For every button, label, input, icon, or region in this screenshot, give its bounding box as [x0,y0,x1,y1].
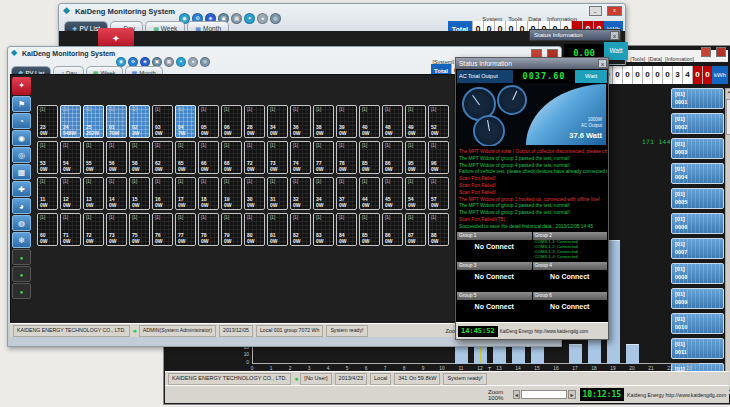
pv-panel[interactable]: [1]660W [198,141,219,174]
pv-panel[interactable]: [1]120W [60,177,81,210]
device-card[interactable]: [01]0008 [671,263,724,284]
message-icon[interactable]: ● [257,13,268,24]
close-button[interactable]: x [607,6,622,16]
pv-panel[interactable]: [1]380W [313,105,334,138]
target-icon[interactable]: ◎ [12,147,31,163]
pv-panel[interactable]: [1]230W [37,105,58,138]
scroll-right-icon[interactable]: ► [568,390,575,399]
pv-panel[interactable]: [1]160W [152,177,173,210]
pv-panel[interactable]: [1]600W [37,213,58,246]
pv-panel[interactable]: [1]320W [290,177,311,210]
pv-panel[interactable]: [1]340W [267,105,288,138]
pv-panel[interactable]: [1]730W [267,141,288,174]
pv-panel[interactable]: [1]770W [175,213,196,246]
vendor-url[interactable]: Kaideng Energy http://www.kaidengdg.com [627,392,726,398]
pv-panel[interactable]: [1]830W [313,213,334,246]
monitor-icon[interactable]: ▦ [12,164,31,180]
pv-panel[interactable]: [1]530W [37,141,58,174]
pv-panel[interactable]: [1]150W [129,177,150,210]
pv-panel[interactable]: [1]030W [152,105,173,138]
device-card[interactable]: [01]0004 [671,163,724,184]
pv-panel[interactable]: [1]300W [244,177,265,210]
globe-icon[interactable]: ◍ [12,215,31,231]
device-card[interactable]: [01]0010 [671,313,724,334]
pv-panel[interactable]: [1]850W [359,141,380,174]
pv-panel[interactable]: [1]790W [221,213,242,246]
device-card[interactable]: [01]0009 [671,288,724,309]
close-button[interactable] [716,47,726,57]
pv-panel[interactable]: [1]170W [175,177,196,210]
pv-panel[interactable]: [1]620W [152,141,173,174]
pv-panel[interactable]: [1]360W [290,105,311,138]
report-icon[interactable]: ▦ [164,57,174,67]
pv-panel[interactable]: [1]950W [405,141,426,174]
pv-panel[interactable]: [1]800W [244,213,265,246]
pv-panel[interactable]: [1]570W [428,177,449,210]
pv-panel[interactable]: [1]110W [37,177,58,210]
pv-panel[interactable]: [1]540W [405,177,426,210]
pv-panel[interactable]: [1]280W [244,105,265,138]
pv-panel[interactable]: [1]860W [382,213,403,246]
camera-1-icon[interactable]: ● [12,249,31,265]
pv-panel[interactable]: [1]850W [359,213,380,246]
flag-icon[interactable]: ⚑ [12,96,31,112]
pv-panel[interactable]: [1]190W [221,177,242,210]
pv-panel[interactable]: [1]023W [129,105,150,138]
pv-panel[interactable]: [1]740W [290,141,311,174]
pv-panel[interactable]: [1]050W [198,105,219,138]
device-card[interactable]: [01]0003 [671,138,724,159]
pv-panel[interactable]: [1]047W [175,105,196,138]
minimize-button[interactable] [701,47,711,57]
device-card[interactable]: [01]0005 [671,188,724,209]
device-card[interactable]: [01]0006 [671,213,724,234]
device-card[interactable]: [01]0011 [671,338,724,359]
pv-panel[interactable]: [1]310W [267,177,288,210]
pv-panel[interactable]: [1]720W [83,213,104,246]
clock-icon[interactable]: ◔ [12,113,31,129]
pv-panel[interactable]: [1]550W [83,141,104,174]
pv-panel[interactable]: [1]680W [221,141,242,174]
pin-icon[interactable]: ✦ [244,13,255,24]
pv-panel[interactable]: [1]450W [382,177,403,210]
pv-panel[interactable]: [1]490W [405,105,426,138]
timer-icon[interactable]: ◕ [12,198,31,214]
pv-panel[interactable]: [1]960W [428,141,449,174]
close-icon[interactable]: x [610,31,619,40]
pv-panel[interactable]: [1]520W [428,105,449,138]
close-icon[interactable]: x [598,59,607,68]
pv-panel[interactable]: [1]130W [83,177,104,210]
scroll-up-icon[interactable]: ▲ [726,89,730,94]
network-icon[interactable]: ❄ [12,232,31,248]
pv-panel[interactable]: [1]780W [336,141,357,174]
pv-panel[interactable]: [1]770W [313,141,334,174]
pv-panel[interactable]: [1]650W [175,141,196,174]
device-card[interactable]: [01]0002 [671,113,724,134]
pv-panel[interactable]: [1]440W [359,177,380,210]
dialog-titlebar[interactable]: Status Information x [456,58,608,69]
pv-array-button[interactable]: ✦ [12,77,31,95]
pv-panel[interactable]: [1]400W [359,105,380,138]
help-icon[interactable]: ◎ [270,13,281,24]
pv-panel[interactable]: [1]560W [106,141,127,174]
pv-panel[interactable]: [1]870W [405,213,426,246]
device-card[interactable]: [01]0001 [671,88,724,109]
vendor-url[interactable]: KaiDeng Energy http://www.kaidengdg.com [500,329,588,334]
menu-item-tools[interactable]: [Tools] [630,56,645,62]
pv-panel[interactable]: [1]370W [336,177,357,210]
pv-panel[interactable]: [1]140W [106,177,127,210]
report-icon[interactable]: ▦ [231,13,242,24]
pv-panel[interactable]: [1]780W [198,213,219,246]
power-icon[interactable]: ◉ [12,130,31,146]
menu-item-data[interactable]: [Data] [648,56,662,62]
pv-panel[interactable]: [1]480W [382,105,403,138]
pin-icon[interactable]: ✦ [176,57,186,67]
pv-panel[interactable]: [1]820W [290,213,311,246]
pv-panel[interactable]: [1]24548W [60,105,81,138]
pv-panel[interactable]: [1]540W [60,141,81,174]
device-card[interactable]: [01]0007 [671,238,724,259]
pv-panel[interactable]: [1]25252W [83,105,104,138]
pv-panel[interactable]: [1]880W [428,213,449,246]
pv-panel[interactable]: [1]060W [221,105,242,138]
pv-panel[interactable]: [1]180W [198,177,219,210]
camera-3-icon[interactable]: ● [12,283,31,299]
